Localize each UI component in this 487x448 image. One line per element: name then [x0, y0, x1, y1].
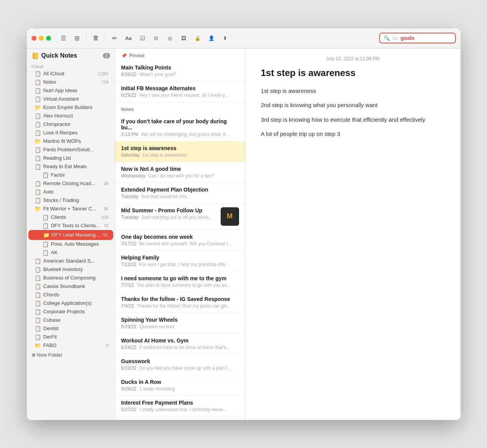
sidebar-item-label-pants-problem: Pants Problem/Soluti...	[43, 147, 109, 152]
folder-icon-factor: 📋	[42, 172, 49, 178]
sidebar-item-label-bluebell-inventory: Bluebell Inventory	[43, 266, 109, 272]
sidebar-item-poss-auto-messages[interactable]: 📋Poss. Auto Messages	[28, 240, 113, 248]
search-box[interactable]: 🔍 Se goals	[379, 33, 456, 43]
note-preview-main-talking-points: What's your goal?	[139, 72, 176, 77]
note-item-ducks-in-a-row[interactable]: Ducks in A Row 5/29/22 1 audio recording	[115, 375, 245, 396]
note-item-interest-free-payment[interactable]: Interest Free Payment Plans 5/27/22 I to…	[115, 396, 245, 417]
maximize-button[interactable]	[46, 36, 51, 41]
checklist-button[interactable]: ☑	[136, 32, 149, 44]
sidebar-item-alex-hormozi[interactable]: 📋Alex Hormozi	[28, 112, 113, 120]
new-folder-button[interactable]: ⊕ New Folder	[27, 350, 115, 360]
note-timestamp: July 23, 2022 at 12:08 PM	[261, 56, 445, 61]
sidebar-item-auto[interactable]: 📋Auto	[28, 188, 113, 196]
note-item-helping-family[interactable]: Helping Family 7/13/22 For sure I get th…	[115, 251, 245, 271]
lock-button[interactable]: 🔒	[191, 32, 204, 44]
sidebar-item-nutri-app-ideas[interactable]: 📋Nutri App Ideas	[28, 86, 113, 95]
sidebar-item-pants-problem[interactable]: 📋Pants Problem/Soluti...	[28, 145, 113, 154]
note-body-line-4: A lot of people trip up on step 3	[261, 129, 445, 139]
note-content-title: 1st step is awareness	[261, 68, 445, 78]
export-button[interactable]: ⬆	[219, 32, 231, 44]
note-item-workout-at-home[interactable]: Workout At Home vs. Gym 6/24/22 If worko…	[115, 334, 245, 354]
sidebar-item-ready-to-eat-meals[interactable]: 📋Ready to Eat Meals	[28, 162, 113, 171]
sidebar-item-count-fit-warrior: 35	[104, 207, 108, 211]
sidebar-item-martino-fit-wops[interactable]: 📁Martino fit WOPs	[28, 137, 113, 145]
sidebar-item-stocks-trading[interactable]: 📋Stocks / Trading	[28, 196, 113, 205]
folder-icon-ready-to-eat-meals: 📋	[35, 164, 41, 170]
note-item-if-you-dont-take-care[interactable]: If you don't take care of your body duri…	[115, 114, 245, 141]
note-item-initial-fb-message[interactable]: Initial FB Message Alternates 6/29/22 He…	[115, 81, 245, 102]
sidebar-item-reading-list[interactable]: 📋Reading List	[28, 154, 113, 162]
note-title-workout-at-home: Workout At Home vs. Gym	[121, 337, 239, 344]
sidebar-item-label-virtual-assistant: Virtual Assistant	[43, 96, 109, 102]
sidebar-item-clients[interactable]: 📋Clients220	[28, 213, 113, 222]
note-title-mid-summer-promo: Mid Summer - Promo Follow Up	[121, 207, 217, 213]
table-button[interactable]: ⊟	[150, 32, 162, 44]
sidebar-item-lose-it-recipes[interactable]: 📋Lose It Recipes	[28, 129, 113, 137]
list-view-button[interactable]: ☰	[57, 32, 69, 44]
sidebar-item-dfy-texts[interactable]: 📋DFY Texts to Clients...79	[28, 222, 113, 230]
note-meta-if-you-dont-take-care: 3:13 PM this will be challenging, but gu…	[121, 132, 239, 137]
sidebar-item-ecom-empire-builders[interactable]: 📁Ecom Empire Builders	[28, 103, 113, 112]
sidebar-item-chiropractor[interactable]: 📋Chiropractor	[28, 120, 113, 129]
sidebar-item-cubase[interactable]: 📋Cubase	[28, 316, 113, 324]
folder-icon-bluebell-inventory: 📋	[35, 266, 41, 273]
note-meta-helping-family: 7/13/22 For sure I get that, I help my g…	[121, 262, 239, 267]
sidebar-item-label-martino-fit-wops: Martino fit WOPs	[43, 138, 109, 144]
sidebar-item-american-standard[interactable]: 📋American Standard S...	[28, 257, 113, 265]
sidebar-item-label-ak: AK	[51, 250, 109, 255]
sidebar-item-factor[interactable]: 📋Factor	[28, 171, 113, 179]
pinned-label: Pinned	[129, 53, 145, 58]
note-item-1st-step-awareness[interactable]: 1st step is awareness Saturday 1st step …	[115, 141, 245, 162]
sidebar-item-label-american-standard: American Standard S...	[43, 258, 109, 264]
sidebar-item-remote-closing[interactable]: 📋Remote Closing Acad...28	[28, 179, 113, 188]
sidebar-item-chords[interactable]: 📋Chords	[28, 291, 113, 299]
sidebar-item-all-icloud[interactable]: 📋All iCloud2,051	[28, 69, 113, 78]
media-button[interactable]: 🖼	[178, 32, 190, 44]
note-item-one-day-becomes[interactable]: One day becomes one week 7/17/22 Be hone…	[115, 230, 245, 251]
sidebar-item-bluebell-inventory[interactable]: 📋Bluebell Inventory	[28, 265, 113, 274]
sidebar-item-virtual-assistant[interactable]: 📋Virtual Assistant	[28, 95, 113, 103]
sidebar-item-ak[interactable]: 📋AK	[28, 248, 113, 257]
sidebar-item-label-nutri-app-ideas: Nutri App Ideas	[43, 88, 109, 93]
note-item-now-is-not-a-good-time[interactable]: Now is Not A good time Wednesday Can I b…	[115, 162, 245, 183]
note-item-i-need-someone-gym[interactable]: I need someone to go with me to the gym …	[115, 271, 245, 292]
note-item-i-dont-have-time[interactable]: "I don't have time right now"	[115, 417, 245, 420]
note-item-extended-payment-plan[interactable]: Extended Payment Plan Objection Tuesday …	[115, 183, 245, 203]
sidebar-item-fit-warrior[interactable]: 📁Fit Warrior + Tanner C...35	[28, 205, 113, 213]
note-item-thanks-for-follow[interactable]: Thanks for the follow - IG Saved Respons…	[115, 292, 245, 313]
note-title-i-need-someone-gym: I need someone to go with me to the gym	[121, 275, 239, 281]
sidebar-item-label-ecom-empire-builders: Ecom Empire Builders	[43, 104, 109, 110]
sidebar-item-label-business-of-composing: Business of Composing	[43, 275, 109, 281]
close-button[interactable]	[31, 36, 36, 41]
note-date-initial-fb-message: 6/29/22	[121, 93, 137, 98]
main-content: 📒 Quick Notes 2 iCloud 📋All iCloud2,051📋…	[27, 48, 461, 420]
sidebar-item-college-applications[interactable]: 📋College Application(s)	[28, 299, 113, 307]
link-button[interactable]: ◎	[164, 32, 176, 44]
sidebar-item-label-fit-warrior: Fit Warrior + Tanner C...	[43, 206, 102, 212]
folder-icon-all-icloud: 📋	[35, 71, 41, 77]
delete-button[interactable]: 🗑	[90, 32, 102, 44]
minimize-button[interactable]	[39, 36, 44, 41]
sidebar-item-fabo[interactable]: 📁FABO5	[28, 341, 113, 350]
notes-list-panel: 📌 Pinned Main Talking Points 6/29/22 Wha…	[115, 48, 246, 420]
note-item-mid-summer-promo[interactable]: Mid Summer - Promo Follow Up Tuesday Jus…	[115, 203, 245, 230]
sidebar-item-dfy-lead-messeng[interactable]: 📁DFY Lead Messeng...50	[28, 230, 113, 240]
share-button[interactable]: 👤	[205, 32, 218, 44]
grid-view-button[interactable]: ⊞	[71, 32, 83, 44]
pinned-notes-list: Main Talking Points 6/29/22 What's your …	[115, 61, 245, 102]
sidebar-item-business-of-composing[interactable]: 📋Business of Composing	[28, 274, 113, 282]
folder-icon-business-of-composing: 📋	[35, 275, 41, 281]
quick-notes-icon: 📒	[31, 52, 39, 60]
note-item-spinning-your-wheels[interactable]: Spinning Your Wheels 6/29/22 Question ve…	[115, 313, 245, 334]
sidebar-item-derfit[interactable]: 📋DerFit	[28, 333, 113, 341]
format-button[interactable]: Aa	[122, 32, 135, 44]
sidebar-item-dentist[interactable]: 📋Dentist	[28, 324, 113, 333]
folder-icon-ak: 📋	[42, 250, 49, 256]
sidebar-item-label-poss-auto-messages: Poss. Auto Messages	[51, 241, 109, 247]
note-item-guesswork[interactable]: Guesswork 6/19/22 Do you feel you have c…	[115, 354, 245, 375]
sidebar-item-cassia-soundbank[interactable]: 📋Cassia Soundbank	[28, 282, 113, 291]
sidebar-item-notes[interactable]: 📋Notes724	[28, 78, 113, 86]
compose-button[interactable]: ✏	[109, 32, 121, 44]
note-item-main-talking-points[interactable]: Main Talking Points 6/29/22 What's your …	[115, 61, 245, 81]
sidebar-item-corporate-projects[interactable]: 📋Corporate Projects	[28, 307, 113, 316]
